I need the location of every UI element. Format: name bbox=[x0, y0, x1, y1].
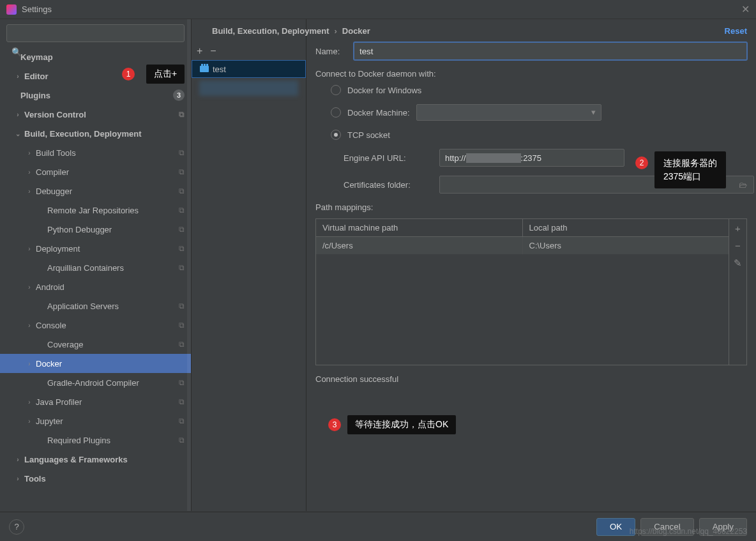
connection-status: Connection successful bbox=[315, 374, 747, 384]
sidebar-item-deployment[interactable]: ›Deployment⧉ bbox=[0, 239, 191, 258]
settings-tree: Keymap›EditorPlugins3›Version Control⧉⌄B… bbox=[0, 47, 191, 511]
sidebar-item-build-execution-deployment[interactable]: ⌄Build, Execution, Deployment bbox=[0, 124, 191, 143]
engine-url-label: Engine API URL: bbox=[344, 153, 439, 163]
radio-docker-windows-label: Docker for Windows bbox=[347, 86, 421, 95]
scope-icon: ⧉ bbox=[179, 378, 185, 387]
sidebar-item-keymap[interactable]: Keymap bbox=[0, 47, 191, 66]
sidebar-item-arquillian-containers[interactable]: Arquillian Containers⧉ bbox=[0, 258, 191, 277]
sidebar-item-plugins[interactable]: Plugins3 bbox=[0, 86, 191, 105]
path-mappings-table: Virtual machine path Local path /c/Users… bbox=[315, 218, 747, 365]
table-add-icon[interactable]: + bbox=[735, 223, 741, 234]
chevron-icon: › bbox=[23, 399, 36, 406]
add-button[interactable]: + bbox=[197, 45, 202, 57]
scope-icon: ⧉ bbox=[179, 263, 185, 272]
table-edit-icon[interactable]: ✎ bbox=[734, 257, 742, 269]
chevron-icon: › bbox=[11, 73, 24, 80]
docker-config-label: test bbox=[213, 65, 226, 74]
annotation-2: 2 连接服务器的 2375端口 bbox=[654, 151, 726, 188]
help-button[interactable]: ? bbox=[9, 519, 24, 535]
scope-icon: ⧉ bbox=[179, 340, 185, 349]
docker-config-item-blurred bbox=[199, 80, 298, 96]
sidebar-item-android[interactable]: ›Android bbox=[0, 277, 191, 296]
scope-icon: ⧉ bbox=[179, 225, 185, 234]
sidebar-item-label: Languages & Frameworks bbox=[24, 455, 185, 464]
scope-icon: ⧉ bbox=[179, 321, 185, 330]
sidebar-item-label: Version Control bbox=[24, 110, 175, 119]
chevron-icon: › bbox=[23, 418, 36, 425]
scope-icon: ⧉ bbox=[179, 206, 185, 215]
scope-icon: ⧉ bbox=[179, 436, 185, 445]
radio-docker-machine-label: Docker Machine: bbox=[347, 108, 410, 118]
sidebar-item-label: Keymap bbox=[20, 52, 185, 62]
name-label: Name: bbox=[315, 47, 354, 56]
sidebar-item-compiler[interactable]: ›Compiler⧉ bbox=[0, 162, 191, 181]
sidebar-item-label: Deployment bbox=[36, 244, 175, 254]
sidebar-item-version-control[interactable]: ›Version Control⧉ bbox=[0, 105, 191, 124]
scope-icon: ⧉ bbox=[179, 244, 185, 253]
sidebar-item-debugger[interactable]: ›Debugger⧉ bbox=[0, 181, 191, 201]
search-input[interactable] bbox=[6, 24, 185, 42]
close-icon[interactable]: ✕ bbox=[741, 3, 750, 15]
sidebar-item-application-servers[interactable]: Application Servers⧉ bbox=[0, 296, 191, 316]
docker-list-panel: Build, Execution, Deployment › Docker + … bbox=[192, 19, 306, 511]
table-remove-icon[interactable]: − bbox=[735, 240, 741, 251]
folder-icon[interactable]: 🗁 bbox=[739, 180, 747, 190]
chevron-icon: › bbox=[23, 245, 36, 252]
chevron-icon: › bbox=[23, 169, 36, 176]
chevron-icon: › bbox=[23, 188, 36, 195]
scope-icon: ⧉ bbox=[179, 167, 185, 176]
sidebar-item-label: Python Debugger bbox=[47, 225, 175, 234]
sidebar-item-label: Jupyter bbox=[36, 416, 175, 426]
reset-link[interactable]: Reset bbox=[725, 26, 747, 36]
dialog-footer: ? OK Cancel Apply bbox=[0, 512, 756, 541]
sidebar-item-languages-frameworks[interactable]: ›Languages & Frameworks bbox=[0, 450, 191, 469]
radio-tcp-socket-label: TCP socket bbox=[347, 130, 390, 140]
sidebar-item-required-plugins[interactable]: Required Plugins⧉ bbox=[0, 431, 191, 450]
cert-folder-label: Certificates folder: bbox=[344, 180, 439, 190]
sidebar-item-build-tools[interactable]: ›Build Tools⧉ bbox=[0, 143, 191, 162]
radio-tcp-socket[interactable] bbox=[331, 130, 341, 140]
sidebar-item-tools[interactable]: ›Tools bbox=[0, 469, 191, 488]
name-input[interactable] bbox=[354, 42, 747, 60]
cell-vm-path: /c/Users bbox=[316, 237, 523, 254]
radio-docker-windows[interactable] bbox=[331, 85, 341, 95]
sidebar-item-coverage[interactable]: Coverage⧉ bbox=[0, 335, 191, 354]
sidebar-item-python-debugger[interactable]: Python Debugger⧉ bbox=[0, 220, 191, 239]
chevron-icon: › bbox=[23, 149, 36, 156]
sidebar-item-label: Compiler bbox=[36, 167, 175, 177]
table-row[interactable]: /c/Users C:\Users bbox=[316, 237, 729, 254]
sidebar-item-label: Coverage bbox=[47, 340, 175, 349]
titlebar: Settings ✕ bbox=[0, 0, 756, 19]
chevron-icon: › bbox=[23, 360, 36, 367]
scope-icon: ⧉ bbox=[179, 148, 185, 157]
sidebar-item-gradle-android-compiler[interactable]: Gradle-Android Compiler⧉ bbox=[0, 373, 191, 392]
scope-icon: ⧉ bbox=[179, 397, 185, 406]
col-local-path[interactable]: Local path bbox=[523, 219, 729, 236]
search-icon: 🔍 bbox=[11, 47, 22, 57]
remove-button[interactable]: − bbox=[210, 45, 216, 57]
radio-docker-machine[interactable] bbox=[331, 107, 341, 118]
settings-sidebar: 🔍 Keymap›EditorPlugins3›Version Control⧉… bbox=[0, 19, 192, 511]
chevron-icon: › bbox=[11, 111, 24, 118]
sidebar-item-label: Build Tools bbox=[36, 148, 175, 158]
engine-url-input[interactable]: http://xxxx:2375 bbox=[439, 149, 624, 167]
chevron-icon: › bbox=[23, 284, 36, 291]
chevron-icon: › bbox=[23, 322, 36, 329]
sidebar-item-label: Docker bbox=[36, 359, 185, 369]
sidebar-item-java-profiler[interactable]: ›Java Profiler⧉ bbox=[0, 392, 191, 411]
docker-config-item[interactable]: test bbox=[192, 60, 306, 78]
sidebar-item-docker[interactable]: ›Docker bbox=[0, 354, 191, 373]
sidebar-item-console[interactable]: ›Console⧉ bbox=[0, 316, 191, 335]
sidebar-item-jupyter[interactable]: ›Jupyter⧉ bbox=[0, 411, 191, 431]
badge: 3 bbox=[173, 89, 185, 101]
path-mappings-label: Path mappings: bbox=[315, 202, 747, 212]
sidebar-item-remote-jar-repositories[interactable]: Remote Jar Repositories⧉ bbox=[0, 201, 191, 220]
col-vm-path[interactable]: Virtual machine path bbox=[316, 219, 523, 236]
sidebar-item-label: Android bbox=[36, 282, 185, 292]
annotation-3: 3 等待连接成功，点击OK bbox=[347, 415, 456, 434]
sidebar-item-label: Application Servers bbox=[47, 301, 175, 311]
docker-machine-select[interactable] bbox=[416, 104, 601, 121]
window-title: Settings bbox=[22, 4, 741, 14]
connect-section-label: Connect to Docker daemon with: bbox=[315, 69, 747, 79]
scope-icon: ⧉ bbox=[179, 110, 185, 119]
